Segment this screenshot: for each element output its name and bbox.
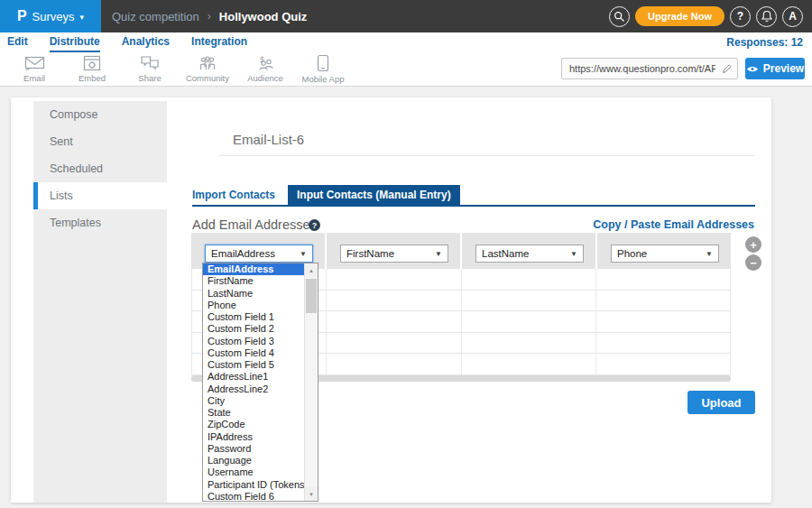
sidebar-item-compose[interactable]: Compose — [33, 101, 167, 128]
remove-row-button[interactable]: − — [745, 254, 761, 271]
surveys-label: Surveys — [32, 10, 75, 23]
dropdown-option[interactable]: Custom Field 2 — [203, 323, 304, 335]
entry-cell[interactable] — [596, 291, 730, 311]
upload-button[interactable]: Upload — [687, 391, 755, 414]
dropdown-option[interactable]: LastName — [203, 288, 304, 300]
dropdown-option[interactable]: Custom Field 6 — [203, 491, 304, 502]
select-caret-icon: ▼ — [431, 250, 442, 258]
channel-label: Email — [23, 73, 45, 83]
upgrade-now-button[interactable]: Upgrade Now — [635, 6, 724, 26]
dropdown-option[interactable]: Custom Field 1 — [203, 311, 304, 323]
entry-cell[interactable] — [596, 333, 730, 354]
column-select-first-name[interactable]: FirstName ▼ — [340, 245, 448, 263]
entry-cell[interactable] — [327, 354, 461, 374]
nav-tab-analytics[interactable]: Analytics — [122, 32, 170, 52]
notifications-button[interactable] — [756, 6, 777, 27]
nav-tab-distribute[interactable]: Distribute — [50, 32, 100, 52]
entry-cell[interactable] — [596, 354, 730, 374]
sidebar-item-lists[interactable]: Lists — [33, 182, 167, 209]
select-value: LastName — [482, 248, 529, 259]
surveys-menu-button[interactable]: P Surveys ▾ — [0, 0, 101, 32]
email-icon — [24, 56, 45, 71]
channel-email-button[interactable]: Email — [5, 52, 63, 86]
column-header-cell: FirstName ▼ — [327, 233, 462, 269]
breadcrumb-folder[interactable]: Quiz competition — [112, 10, 199, 23]
tab-input-contacts-manual-entry[interactable]: Input Contacts (Manual Entry) — [288, 185, 460, 205]
column-select-last-name[interactable]: LastName ▼ — [475, 245, 584, 263]
channel-label: Community — [186, 73, 229, 83]
entry-cell[interactable] — [327, 333, 461, 354]
responses-count[interactable]: Responses: 12 — [726, 36, 803, 49]
channel-mobile-app-button[interactable]: Mobile App — [294, 52, 352, 86]
field-dropdown-list: EmailAddress FirstName LastName Phone Cu… — [202, 263, 318, 502]
nav-tab-edit[interactable]: Edit — [7, 32, 28, 52]
dropdown-option[interactable]: Participant ID (Tokens) — [203, 479, 304, 491]
dropdown-option[interactable]: ZipCode — [203, 419, 304, 430]
scrollbar-thumb[interactable] — [306, 279, 317, 313]
sidebar-item-sent[interactable]: Sent — [33, 128, 167, 155]
search-icon — [614, 11, 625, 23]
channel-community-button[interactable]: Community — [179, 52, 236, 86]
channel-audience-button[interactable]: $ Audience — [236, 52, 294, 86]
eye-icon — [746, 65, 759, 73]
share-icon — [140, 55, 160, 71]
dropdown-option[interactable]: Phone — [203, 300, 304, 311]
dropdown-option[interactable]: AddressLine1 — [203, 371, 304, 383]
dropdown-option[interactable]: Custom Field 5 — [203, 359, 304, 371]
dropdown-option[interactable]: Username — [203, 466, 304, 478]
entry-cell[interactable] — [462, 291, 596, 311]
channel-buttons: Email Embed Share Community $ Audience — [5, 52, 352, 86]
embed-icon — [83, 55, 101, 71]
add-row-button[interactable]: + — [745, 236, 761, 253]
dropdown-option[interactable]: City — [203, 395, 304, 407]
account-button[interactable]: A — [782, 6, 803, 27]
dropdown-scrollbar[interactable]: ▲ ▼ — [304, 263, 318, 501]
copy-paste-email-addresses-link[interactable]: Copy / Paste Email Addresses — [593, 218, 754, 231]
entry-cell[interactable] — [327, 311, 461, 332]
entry-cell[interactable] — [596, 311, 730, 332]
dropdown-option[interactable]: Password — [203, 443, 304, 455]
channel-label: Mobile App — [301, 74, 344, 84]
help-tooltip-icon[interactable]: ? — [309, 219, 320, 231]
dropdown-option[interactable]: EmailAddress — [203, 263, 304, 275]
entry-cell[interactable] — [462, 269, 596, 290]
sidebar-item-scheduled[interactable]: Scheduled — [33, 155, 167, 182]
dropdown-option[interactable]: IPAddress — [203, 431, 304, 443]
dropdown-option[interactable]: AddressLine2 — [203, 383, 304, 395]
edit-url-button[interactable] — [717, 63, 737, 74]
channel-label: Audience — [247, 73, 283, 83]
dropdown-option[interactable]: Custom Field 4 — [203, 347, 304, 359]
nav-tab-integration[interactable]: Integration — [191, 32, 247, 52]
channel-embed-button[interactable]: Embed — [63, 52, 121, 86]
entry-cell[interactable] — [462, 354, 596, 374]
dropdown-option[interactable]: Language — [203, 455, 304, 466]
preview-button[interactable]: Preview — [745, 58, 805, 79]
questionpro-logo-icon: P — [17, 8, 27, 24]
dropdown-option[interactable]: Custom Field 3 — [203, 336, 304, 347]
help-button[interactable]: ? — [730, 6, 751, 27]
column-header-cell: Phone ▼ — [597, 233, 731, 269]
scroll-up-arrow-icon[interactable]: ▲ — [305, 263, 318, 277]
top-bar: P Surveys ▾ Quiz competition › Hollywood… — [0, 0, 812, 32]
survey-url-input[interactable] — [562, 63, 717, 74]
breadcrumb: Quiz competition › Hollywood Quiz — [112, 10, 307, 23]
entry-cell[interactable] — [327, 291, 461, 311]
column-select-email-address[interactable]: EmailAddress ▼ — [205, 245, 313, 263]
select-value: FirstName — [346, 248, 394, 259]
entry-cell[interactable] — [596, 269, 730, 290]
scroll-down-arrow-icon[interactable]: ▼ — [305, 487, 318, 501]
entry-cell[interactable] — [462, 333, 596, 354]
search-button[interactable] — [609, 6, 630, 27]
survey-nav-bar: Edit Distribute Analytics Integration Re… — [0, 32, 812, 52]
add-email-addresses-heading: Add Email Addresses — [192, 217, 317, 232]
entry-cell[interactable] — [462, 311, 596, 332]
channel-label: Embed — [78, 73, 106, 83]
dropdown-option[interactable]: FirstName — [203, 275, 304, 287]
entry-cell[interactable] — [327, 269, 461, 290]
channel-share-button[interactable]: Share — [121, 52, 179, 86]
column-select-phone[interactable]: Phone ▼ — [611, 245, 719, 263]
tab-import-contacts[interactable]: Import Contacts — [192, 185, 288, 205]
dropdown-option[interactable]: State — [203, 407, 304, 419]
sidebar-item-templates[interactable]: Templates — [33, 209, 167, 236]
bell-icon — [761, 10, 772, 23]
